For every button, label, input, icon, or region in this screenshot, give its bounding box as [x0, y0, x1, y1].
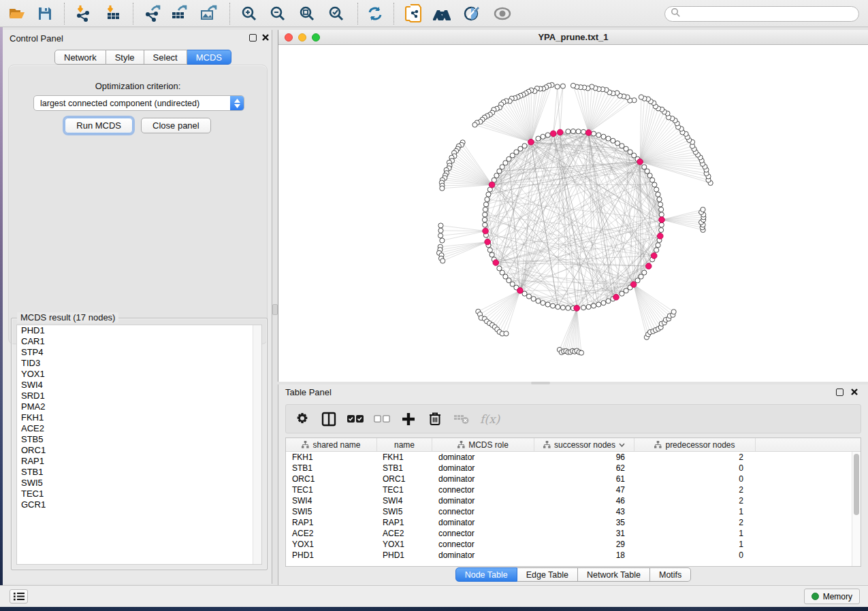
graph-node[interactable]	[639, 95, 643, 99]
cell-predecessor-nodes[interactable]: 1	[634, 529, 756, 538]
graph-node[interactable]	[438, 223, 443, 228]
graph-node[interactable]	[671, 310, 676, 314]
graph-node[interactable]	[606, 299, 611, 303]
cell-mcds-role[interactable]: connector	[432, 507, 534, 516]
mcds-result-item[interactable]: PMA2	[17, 401, 261, 412]
cell-name[interactable]: PHD1	[377, 550, 432, 560]
export-table-icon[interactable]	[167, 2, 191, 25]
cell-mcds-role[interactable]: connector	[432, 540, 534, 549]
table-scrollbar[interactable]	[852, 452, 861, 566]
unselect-all-icon[interactable]	[374, 411, 390, 427]
mcds-result-item[interactable]: PHD1	[17, 325, 261, 336]
graph-node[interactable]	[654, 187, 659, 192]
tab-mcds[interactable]: MCDS	[187, 50, 231, 65]
graph-node[interactable]	[536, 299, 541, 303]
graph-node[interactable]	[486, 192, 491, 197]
graph-hub-node[interactable]	[528, 139, 534, 145]
graph-node[interactable]	[576, 129, 581, 134]
column-header-successor-nodes[interactable]: successor nodes	[534, 438, 634, 451]
cell-shared-name[interactable]: STB1	[286, 463, 377, 473]
mcds-result-item[interactable]: ORC1	[17, 445, 261, 456]
mcds-result-item[interactable]: STB1	[17, 467, 261, 478]
graph-node[interactable]	[659, 207, 664, 212]
cell-predecessor-nodes[interactable]: 1	[634, 540, 756, 549]
graph-node[interactable]	[601, 301, 606, 306]
close-panel-button[interactable]: Close panel	[141, 118, 211, 133]
cell-mcds-role[interactable]: dominator	[432, 452, 534, 462]
graph-node[interactable]	[596, 302, 601, 307]
zoom-out-icon[interactable]	[266, 2, 289, 25]
open-file-icon[interactable]	[5, 2, 29, 25]
cell-predecessor-nodes[interactable]: 0	[634, 474, 756, 484]
cell-shared-name[interactable]: SWI5	[286, 507, 377, 516]
cell-predecessor-nodes[interactable]: 2	[634, 496, 756, 506]
graph-node[interactable]	[440, 186, 445, 191]
graph-node[interactable]	[566, 306, 570, 310]
cell-name[interactable]: STB1	[377, 463, 432, 473]
table-row[interactable]: STB1STB1dominator620	[286, 463, 861, 474]
graph-node[interactable]	[536, 136, 541, 141]
graph-node[interactable]	[659, 227, 664, 232]
table-options-gear-icon[interactable]	[294, 411, 310, 427]
cell-name[interactable]: ACE2	[377, 529, 432, 538]
close-panel-icon[interactable]	[261, 33, 270, 42]
cell-predecessor-nodes[interactable]: 1	[634, 507, 756, 516]
tab-node-table[interactable]: Node Table	[455, 567, 517, 582]
graph-hub-node[interactable]	[483, 228, 489, 234]
graph-node[interactable]	[591, 303, 596, 308]
graph-node[interactable]	[531, 297, 536, 301]
cell-shared-name[interactable]: ORC1	[286, 474, 377, 484]
network-canvas[interactable]	[278, 45, 868, 382]
graph-hub-node[interactable]	[637, 159, 643, 165]
mcds-result-item[interactable]: SRD1	[17, 391, 261, 401]
cell-shared-name[interactable]: RAP1	[286, 518, 377, 527]
run-mcds-button[interactable]: Run MCDS	[65, 118, 133, 133]
graph-hub-node[interactable]	[517, 288, 524, 294]
cell-successor-nodes[interactable]: 61	[534, 474, 634, 484]
cell-predecessor-nodes[interactable]: 2	[634, 518, 756, 527]
graph-hub-node[interactable]	[659, 217, 665, 223]
cell-successor-nodes[interactable]: 29	[534, 540, 634, 549]
table-row[interactable]: RAP1RAP1dominator352	[286, 517, 861, 528]
cell-shared-name[interactable]: FKH1	[286, 452, 377, 462]
cell-predecessor-nodes[interactable]: 2	[634, 452, 756, 462]
graph-node[interactable]	[647, 173, 652, 178]
tab-style[interactable]: Style	[106, 50, 144, 65]
mcds-result-item[interactable]: GCR1	[17, 499, 261, 510]
graph-node[interactable]	[550, 303, 555, 308]
graph-node[interactable]	[650, 178, 655, 182]
graph-node[interactable]	[656, 243, 660, 248]
graph-node[interactable]	[656, 192, 660, 197]
graph-node[interactable]	[472, 122, 477, 127]
graph-node[interactable]	[560, 306, 565, 310]
graph-hub-node[interactable]	[493, 260, 499, 266]
zoom-in-icon[interactable]	[238, 2, 261, 25]
mcds-result-item[interactable]: RAP1	[17, 456, 261, 467]
graph-node[interactable]	[526, 294, 531, 299]
graph-node[interactable]	[701, 207, 705, 212]
graph-node[interactable]	[485, 197, 489, 201]
tab-network-table[interactable]: Network Table	[578, 567, 650, 582]
graph-node[interactable]	[570, 129, 575, 133]
vizmapper-icon[interactable]	[460, 2, 483, 25]
cell-shared-name[interactable]: SWI4	[286, 496, 377, 506]
tab-edge-table[interactable]: Edge Table	[517, 567, 578, 582]
add-row-icon[interactable]	[400, 411, 417, 427]
mcds-result-item[interactable]: SWI5	[17, 478, 261, 489]
graph-node[interactable]	[601, 134, 606, 139]
graph-node[interactable]	[483, 207, 487, 212]
show-columns-icon[interactable]	[321, 411, 337, 427]
cell-successor-nodes[interactable]: 46	[534, 496, 634, 506]
cell-shared-name[interactable]: ACE2	[286, 529, 377, 538]
graph-node[interactable]	[566, 129, 570, 134]
import-table-icon[interactable]	[102, 2, 125, 25]
search-input[interactable]	[681, 10, 858, 19]
graph-node[interactable]	[657, 197, 662, 201]
graph-node[interactable]	[541, 134, 545, 139]
mcds-result-item[interactable]: STP4	[17, 347, 261, 358]
cell-predecessor-nodes[interactable]: 2	[634, 485, 756, 495]
graph-node[interactable]	[440, 238, 445, 243]
cell-mcds-role[interactable]: dominator	[432, 496, 534, 506]
criterion-dropdown[interactable]: largest connected component (undirected)	[33, 95, 244, 111]
splitter-handle[interactable]	[272, 304, 278, 315]
